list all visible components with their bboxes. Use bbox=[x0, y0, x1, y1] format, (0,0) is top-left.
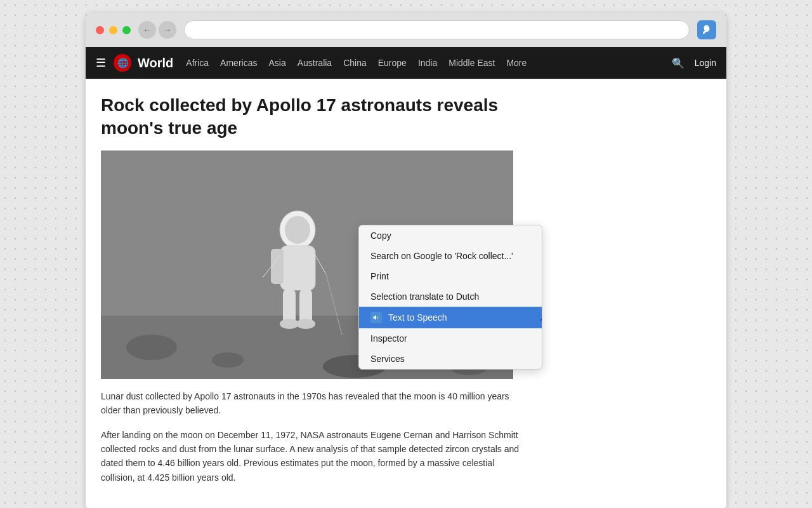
nav-link-more[interactable]: More bbox=[506, 58, 527, 68]
svg-rect-14 bbox=[299, 289, 312, 324]
nav-buttons: ← → bbox=[138, 21, 176, 39]
browser-titlebar: ← → bbox=[86, 13, 726, 47]
translate-label: Selection translate to Dutch bbox=[370, 291, 479, 302]
context-menu: Copy Search on Google to 'Rock collect..… bbox=[358, 225, 542, 370]
article-body: Lunar dust collected by Apollo 17 astron… bbox=[86, 389, 726, 508]
svg-rect-9 bbox=[280, 246, 315, 290]
search-google-label: Search on Google to 'Rock collect...' bbox=[370, 251, 513, 261]
site-title: World bbox=[138, 56, 173, 70]
nav-link-asia[interactable]: Asia bbox=[268, 58, 285, 68]
nav-links: Africa Americas Asia Australia China Eur… bbox=[186, 58, 671, 68]
maximize-button[interactable] bbox=[122, 26, 131, 34]
search-icon[interactable]: 🔍 bbox=[672, 57, 684, 69]
svg-point-15 bbox=[280, 319, 299, 329]
minimize-button[interactable] bbox=[109, 26, 117, 34]
context-menu-print[interactable]: Print bbox=[359, 266, 542, 286]
copy-label: Copy bbox=[370, 231, 391, 241]
inspector-label: Inspector bbox=[370, 333, 407, 344]
context-menu-translate[interactable]: Selection translate to Dutch bbox=[359, 286, 542, 307]
cursor-icon: ↗ bbox=[539, 312, 542, 324]
login-button[interactable]: Login bbox=[695, 58, 716, 68]
context-menu-copy[interactable]: Copy bbox=[359, 225, 542, 246]
traffic-lights bbox=[96, 26, 131, 34]
context-menu-inspector[interactable]: Inspector bbox=[359, 328, 542, 349]
site-logo: 🌐 bbox=[114, 54, 131, 72]
text-to-speech-icon bbox=[370, 312, 382, 323]
hamburger-icon[interactable]: ☰ bbox=[96, 56, 106, 70]
nav-link-australia[interactable]: Australia bbox=[298, 58, 332, 68]
article-title: Rock collected by Apollo 17 astronauts r… bbox=[101, 94, 520, 140]
close-button[interactable] bbox=[96, 26, 104, 34]
article-paragraph-2: After landing on the moon on December 11… bbox=[101, 428, 520, 485]
extension-button[interactable] bbox=[697, 20, 716, 39]
services-label: Services bbox=[370, 354, 405, 364]
nav-link-middleeast[interactable]: Middle East bbox=[449, 58, 495, 68]
svg-point-3 bbox=[212, 352, 244, 368]
nav-right: 🔍 Login bbox=[672, 57, 716, 69]
nav-link-africa[interactable]: Africa bbox=[186, 58, 209, 68]
svg-point-2 bbox=[126, 335, 177, 360]
website: ☰ 🌐 World Africa Americas Asia Australia… bbox=[86, 47, 726, 508]
context-menu-services[interactable]: Services bbox=[359, 349, 542, 369]
nav-link-americas[interactable]: Americas bbox=[220, 58, 257, 68]
print-label: Print bbox=[370, 271, 389, 281]
nav-link-europe[interactable]: Europe bbox=[378, 58, 407, 68]
address-bar[interactable] bbox=[184, 20, 690, 39]
forward-button[interactable]: → bbox=[159, 21, 176, 39]
browser-window: ← → ☰ 🌐 World Africa Americas bbox=[86, 13, 726, 508]
article-paragraph-1: Lunar dust collected by Apollo 17 astron… bbox=[101, 389, 520, 418]
svg-point-8 bbox=[285, 216, 310, 244]
site-nav: ☰ 🌐 World Africa Americas Asia Australia… bbox=[86, 47, 726, 79]
nav-link-india[interactable]: India bbox=[418, 58, 437, 68]
nav-link-china[interactable]: China bbox=[343, 58, 367, 68]
page-wrapper: ← → ☰ 🌐 World Africa Americas bbox=[0, 0, 812, 508]
context-menu-search-google[interactable]: Search on Google to 'Rock collect...' bbox=[359, 246, 542, 266]
svg-point-16 bbox=[296, 319, 315, 329]
back-button[interactable]: ← bbox=[138, 21, 156, 39]
svg-rect-13 bbox=[283, 289, 296, 324]
context-menu-text-to-speech[interactable]: Text to Speech ↗ bbox=[359, 307, 542, 328]
text-to-speech-label: Text to Speech bbox=[388, 312, 447, 323]
article-area: Rock collected by Apollo 17 astronauts r… bbox=[86, 79, 726, 508]
svg-rect-10 bbox=[271, 249, 284, 284]
